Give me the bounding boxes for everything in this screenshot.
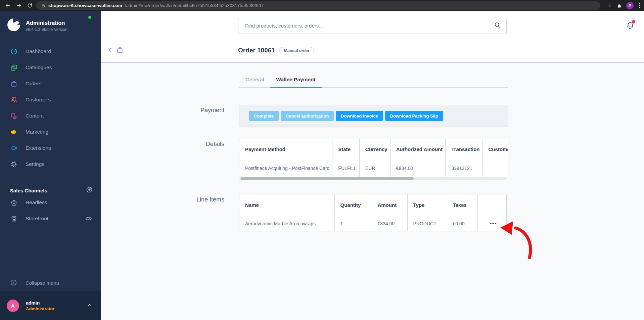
notification-bell-icon[interactable]	[626, 21, 635, 31]
sidebar-item-settings[interactable]: Settings	[0, 156, 101, 172]
marketing-icon	[10, 128, 17, 136]
status-online-dot	[88, 16, 91, 19]
lock-icon	[41, 3, 46, 8]
sidebar-item-label: Headless	[26, 199, 47, 205]
payment-details-table: Payment Method State Currency Authorized…	[239, 139, 508, 181]
user-name: admin	[26, 300, 54, 306]
column-header: Payment Method	[239, 139, 332, 160]
cell-currency: EUR	[359, 160, 390, 177]
sidebar-item-catalogues[interactable]: Catalogues	[0, 59, 101, 76]
app-version: v6.4.1.2 Stable Version	[26, 27, 101, 32]
settings-gear-icon	[10, 161, 17, 168]
browser-profile-avatar[interactable]: P	[626, 2, 634, 9]
extensions-plug-icon	[10, 144, 17, 152]
storefront-preview-eye-icon[interactable]	[85, 215, 92, 223]
tab-wallee-payment[interactable]: Wallee Payment	[270, 77, 321, 88]
horizontal-scrollbar[interactable]	[240, 177, 507, 180]
dashboard-icon	[10, 48, 17, 55]
sidebar-item-label: Content	[26, 113, 44, 119]
sidebar-item-label: Settings	[26, 161, 44, 167]
tab-general[interactable]: General	[239, 77, 270, 87]
download-invoice-button[interactable]: Download Invoice	[336, 111, 383, 121]
browser-back-icon[interactable]	[5, 2, 11, 9]
column-header: Amount	[372, 194, 407, 216]
cell-customer	[482, 160, 508, 177]
sidebar-item-orders[interactable]: Orders	[0, 76, 101, 92]
sidebar-item-storefront[interactable]: Storefront	[0, 211, 101, 227]
download-packing-slip-button[interactable]: Download Packing Slip	[385, 111, 443, 121]
line-items-section: Line Items Name Quantity Amount Type Tax…	[101, 194, 644, 231]
url-bar[interactable]: shopware-6.showcase-wallee.com/admin#/sw…	[36, 1, 600, 10]
context-menu-icon[interactable]: •••	[484, 221, 504, 226]
user-menu[interactable]: A admin Administrator	[0, 291, 101, 320]
collapse-chevron-icon	[10, 279, 17, 286]
browser-menu-icon[interactable]	[638, 3, 641, 8]
order-tabs: General Wallee Payment	[239, 77, 508, 88]
scrollbar-thumb[interactable]	[240, 177, 414, 180]
sidebar-item-dashboard[interactable]: Dashboard	[0, 43, 101, 59]
sidebar-item-headless[interactable]: Headless	[0, 194, 101, 211]
bookmark-star-icon[interactable]: ☆	[607, 3, 612, 8]
back-chevron-icon[interactable]	[107, 46, 114, 55]
add-sales-channel-button[interactable]	[86, 186, 93, 194]
details-section: Details Payment Method State Currency Au…	[101, 139, 644, 181]
complete-button[interactable]: Complete	[249, 111, 279, 121]
sidebar-item-label: Marketing	[26, 129, 48, 135]
url-host: shopware-6.showcase-wallee.com	[48, 3, 122, 8]
payment-section-label: Payment	[101, 105, 239, 127]
collapse-menu-label: Collapse menu	[26, 280, 59, 286]
cell-type: PRODUCT	[407, 216, 447, 231]
browser-toolbar: shopware-6.showcase-wallee.com/admin#/sw…	[0, 0, 644, 11]
chevron-up-icon	[87, 302, 93, 309]
app-title: Administration	[26, 18, 101, 26]
extensions-puzzle-icon[interactable]	[616, 3, 622, 8]
column-header: Authorized Amount	[390, 139, 446, 160]
order-detail-content: General Wallee Payment Payment Complete …	[101, 62, 644, 320]
sales-channels-header: Sales Channels	[0, 186, 101, 194]
order-bag-icon[interactable]	[116, 46, 124, 55]
admin-sidebar: Administration v6.4.1.2 Stable Version D…	[0, 11, 101, 320]
cell-quantity: 1	[334, 216, 372, 231]
cell-authorized-amount: €834.00	[390, 160, 446, 177]
browser-reload-icon[interactable]	[27, 3, 33, 8]
table-row: Aerodynamic Marble Aromawraps 1 €834.00 …	[239, 216, 506, 231]
sidebar-item-label: Orders	[26, 81, 41, 87]
orders-icon	[10, 80, 17, 87]
column-header: Quantity	[334, 194, 372, 216]
column-header: Transaction	[446, 139, 482, 160]
admin-topbar	[101, 11, 644, 40]
url-path: /admin#/sw/order/wallee/detail/bc6e750f1…	[125, 3, 264, 8]
sidebar-item-label: Catalogues	[26, 64, 52, 71]
details-section-label: Details	[101, 139, 239, 181]
sidebar-item-label: Extensions	[26, 145, 51, 151]
basket-icon	[10, 199, 17, 206]
sidebar-item-content[interactable]: Content	[0, 108, 101, 124]
sales-channels-label: Sales Channels	[10, 188, 86, 193]
collapse-menu-button[interactable]: Collapse menu	[0, 275, 101, 291]
column-header: Customer	[482, 139, 508, 160]
sidebar-spacer	[0, 227, 101, 275]
search-input[interactable]	[245, 23, 494, 29]
global-search[interactable]	[238, 18, 507, 34]
column-header: Type	[407, 194, 447, 216]
sidebar-item-marketing[interactable]: Marketing	[0, 124, 101, 140]
search-icon[interactable]	[494, 21, 501, 30]
sidebar-item-label: Dashboard	[26, 48, 51, 54]
column-header: State	[332, 139, 359, 160]
column-header: Currency	[359, 139, 390, 160]
customers-icon	[10, 96, 17, 103]
content-icon	[10, 112, 17, 120]
user-avatar: A	[7, 300, 19, 312]
page-title: Order 10061	[238, 47, 275, 54]
sidebar-item-customers[interactable]: Customers	[0, 92, 101, 108]
catalogues-icon	[10, 64, 17, 71]
user-role: Administrator	[26, 306, 54, 311]
browser-forward-icon[interactable]	[16, 2, 22, 9]
storefront-icon	[10, 215, 17, 222]
line-items-section-label: Line Items	[101, 194, 239, 231]
main-navigation: Dashboard Catalogues Orders Customers Co…	[0, 43, 101, 172]
app-header: Administration v6.4.1.2 Stable Version	[0, 11, 101, 35]
sidebar-item-extensions[interactable]: Extensions	[0, 140, 101, 156]
cancel-authorization-button[interactable]: Cancel authorization	[281, 111, 334, 121]
cell-taxes: €0.00	[447, 216, 477, 231]
